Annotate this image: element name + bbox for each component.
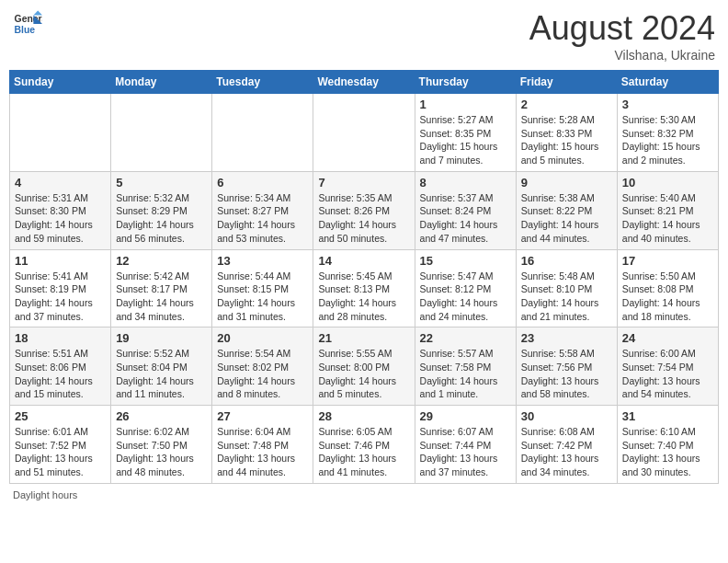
month-title: August 2024 (529, 9, 715, 48)
day-info: Sunrise: 5:42 AMSunset: 8:17 PMDaylight:… (116, 270, 207, 324)
day-info: Sunrise: 6:01 AMSunset: 7:52 PMDaylight:… (15, 425, 106, 479)
day-info: Sunrise: 5:45 AMSunset: 8:13 PMDaylight:… (318, 270, 409, 324)
day-info: Sunrise: 5:37 AMSunset: 8:24 PMDaylight:… (420, 191, 511, 246)
day-info: Sunrise: 5:48 AMSunset: 8:10 PMDaylight:… (521, 270, 612, 324)
days-header-row: SundayMondayTuesdayWednesdayThursdayFrid… (10, 71, 719, 94)
calendar-cell (212, 94, 313, 172)
day-info: Sunrise: 5:27 AMSunset: 8:35 PMDaylight:… (420, 113, 511, 167)
day-number: 4 (15, 176, 106, 190)
day-number: 26 (116, 409, 207, 423)
day-info: Sunrise: 5:54 AMSunset: 8:02 PMDaylight:… (217, 347, 308, 401)
calendar-cell: 14Sunrise: 5:45 AMSunset: 8:13 PMDayligh… (313, 249, 415, 327)
calendar-cell: 26Sunrise: 6:02 AMSunset: 7:50 PMDayligh… (111, 406, 212, 484)
day-number: 12 (116, 254, 207, 268)
calendar-cell: 12Sunrise: 5:42 AMSunset: 8:17 PMDayligh… (111, 249, 212, 327)
day-number: 21 (318, 331, 409, 345)
day-number: 18 (15, 331, 106, 345)
day-info: Sunrise: 5:31 AMSunset: 8:30 PMDaylight:… (15, 191, 106, 246)
logo: General Blue (13, 9, 42, 39)
day-of-week-header: Saturday (617, 71, 718, 94)
day-number: 10 (622, 176, 713, 190)
day-of-week-header: Wednesday (313, 71, 415, 94)
calendar-cell (111, 94, 212, 172)
day-number: 2 (521, 98, 612, 111)
calendar-cell: 20Sunrise: 5:54 AMSunset: 8:02 PMDayligh… (212, 327, 313, 406)
calendar-week-row: 11Sunrise: 5:41 AMSunset: 8:19 PMDayligh… (10, 249, 719, 327)
page-header: General Blue August 2024 Vilshana, Ukrai… (9, 9, 719, 63)
day-number: 20 (217, 331, 308, 345)
calendar-cell (10, 94, 111, 172)
day-number: 3 (622, 98, 713, 111)
day-info: Sunrise: 6:05 AMSunset: 7:46 PMDaylight:… (318, 425, 409, 479)
day-number: 13 (217, 254, 308, 268)
calendar-cell: 28Sunrise: 6:05 AMSunset: 7:46 PMDayligh… (313, 406, 415, 484)
title-block: August 2024 Vilshana, Ukraine (529, 9, 715, 63)
day-number: 31 (622, 409, 713, 423)
day-info: Sunrise: 6:00 AMSunset: 7:54 PMDaylight:… (622, 347, 713, 401)
day-info: Sunrise: 6:04 AMSunset: 7:48 PMDaylight:… (217, 425, 308, 479)
day-info: Sunrise: 5:35 AMSunset: 8:26 PMDaylight:… (318, 191, 409, 246)
calendar-cell: 9Sunrise: 5:38 AMSunset: 8:22 PMDaylight… (516, 171, 617, 249)
calendar-cell: 10Sunrise: 5:40 AMSunset: 8:21 PMDayligh… (617, 171, 718, 249)
calendar-cell: 5Sunrise: 5:32 AMSunset: 8:29 PMDaylight… (111, 171, 212, 249)
day-number: 16 (521, 254, 612, 268)
calendar-cell: 13Sunrise: 5:44 AMSunset: 8:15 PMDayligh… (212, 249, 313, 327)
day-number: 19 (116, 331, 207, 345)
calendar-cell: 18Sunrise: 5:51 AMSunset: 8:06 PMDayligh… (10, 327, 111, 406)
day-info: Sunrise: 5:52 AMSunset: 8:04 PMDaylight:… (116, 347, 207, 401)
logo-icon: General Blue (13, 9, 42, 39)
calendar-week-row: 25Sunrise: 6:01 AMSunset: 7:52 PMDayligh… (10, 406, 719, 484)
calendar-cell: 25Sunrise: 6:01 AMSunset: 7:52 PMDayligh… (10, 406, 111, 484)
day-info: Sunrise: 5:30 AMSunset: 8:32 PMDaylight:… (622, 113, 713, 167)
calendar-cell: 21Sunrise: 5:55 AMSunset: 8:00 PMDayligh… (313, 327, 415, 406)
day-info: Sunrise: 5:57 AMSunset: 7:58 PMDaylight:… (420, 347, 511, 401)
footer-note: Daylight hours (9, 489, 719, 500)
day-of-week-header: Sunday (10, 71, 111, 94)
day-info: Sunrise: 5:28 AMSunset: 8:33 PMDaylight:… (521, 113, 612, 167)
day-info: Sunrise: 6:02 AMSunset: 7:50 PMDaylight:… (116, 425, 207, 479)
day-number: 7 (318, 176, 409, 190)
day-number: 30 (521, 409, 612, 423)
day-number: 25 (15, 409, 106, 423)
day-info: Sunrise: 5:38 AMSunset: 8:22 PMDaylight:… (521, 191, 612, 246)
day-info: Sunrise: 6:10 AMSunset: 7:40 PMDaylight:… (622, 425, 713, 479)
day-of-week-header: Tuesday (212, 71, 313, 94)
day-number: 9 (521, 176, 612, 190)
day-info: Sunrise: 5:50 AMSunset: 8:08 PMDaylight:… (622, 270, 713, 324)
calendar-cell: 30Sunrise: 6:08 AMSunset: 7:42 PMDayligh… (516, 406, 617, 484)
calendar-cell (313, 94, 415, 172)
day-info: Sunrise: 5:58 AMSunset: 7:56 PMDaylight:… (521, 347, 612, 401)
calendar-cell: 31Sunrise: 6:10 AMSunset: 7:40 PMDayligh… (617, 406, 718, 484)
day-number: 23 (521, 331, 612, 345)
location: Vilshana, Ukraine (529, 48, 715, 63)
day-number: 27 (217, 409, 308, 423)
day-of-week-header: Monday (111, 71, 212, 94)
calendar-table: SundayMondayTuesdayWednesdayThursdayFrid… (9, 70, 719, 484)
calendar-cell: 29Sunrise: 6:07 AMSunset: 7:44 PMDayligh… (415, 406, 516, 484)
day-of-week-header: Thursday (415, 71, 516, 94)
calendar-week-row: 18Sunrise: 5:51 AMSunset: 8:06 PMDayligh… (10, 327, 719, 406)
day-number: 29 (420, 409, 511, 423)
day-info: Sunrise: 5:32 AMSunset: 8:29 PMDaylight:… (116, 191, 207, 246)
day-number: 8 (420, 176, 511, 190)
calendar-cell: 2Sunrise: 5:28 AMSunset: 8:33 PMDaylight… (516, 94, 617, 172)
calendar-cell: 19Sunrise: 5:52 AMSunset: 8:04 PMDayligh… (111, 327, 212, 406)
calendar-cell: 6Sunrise: 5:34 AMSunset: 8:27 PMDaylight… (212, 171, 313, 249)
calendar-week-row: 4Sunrise: 5:31 AMSunset: 8:30 PMDaylight… (10, 171, 719, 249)
calendar-cell: 8Sunrise: 5:37 AMSunset: 8:24 PMDaylight… (415, 171, 516, 249)
day-number: 5 (116, 176, 207, 190)
svg-text:Blue: Blue (15, 25, 36, 35)
day-info: Sunrise: 6:08 AMSunset: 7:42 PMDaylight:… (521, 425, 612, 479)
calendar-cell: 15Sunrise: 5:47 AMSunset: 8:12 PMDayligh… (415, 249, 516, 327)
day-info: Sunrise: 5:44 AMSunset: 8:15 PMDaylight:… (217, 270, 308, 324)
svg-marker-3 (33, 11, 42, 16)
day-number: 6 (217, 176, 308, 190)
day-info: Sunrise: 5:55 AMSunset: 8:00 PMDaylight:… (318, 347, 409, 401)
day-info: Sunrise: 6:07 AMSunset: 7:44 PMDaylight:… (420, 425, 511, 479)
day-number: 15 (420, 254, 511, 268)
calendar-week-row: 1Sunrise: 5:27 AMSunset: 8:35 PMDaylight… (10, 94, 719, 172)
day-of-week-header: Friday (516, 71, 617, 94)
calendar-cell: 4Sunrise: 5:31 AMSunset: 8:30 PMDaylight… (10, 171, 111, 249)
calendar-cell: 1Sunrise: 5:27 AMSunset: 8:35 PMDaylight… (415, 94, 516, 172)
calendar-cell: 17Sunrise: 5:50 AMSunset: 8:08 PMDayligh… (617, 249, 718, 327)
